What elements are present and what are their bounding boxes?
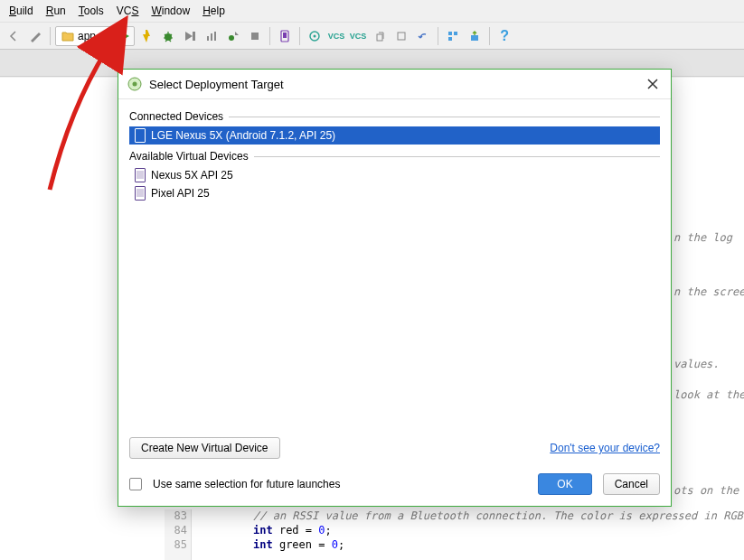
phone-icon [135,186,146,201]
bug-icon [162,30,174,42]
vcs-history-icon[interactable] [370,26,390,46]
code-comment-fragment: ots on the [673,484,739,497]
close-icon [647,79,658,89]
section-label: Connected Devices [129,110,223,123]
attach-debugger-icon[interactable] [223,26,243,46]
menu-vcs[interactable]: VCS [113,3,143,19]
debug-button[interactable] [158,26,178,46]
section-connected-devices: Connected Devices [129,110,660,123]
svg-rect-4 [214,32,216,41]
run-with-coverage-icon[interactable] [180,26,200,46]
undo-icon[interactable] [413,26,433,46]
folder-icon [61,31,74,42]
svg-rect-1 [193,32,195,41]
code-line: int green = 0; [253,538,744,551]
svg-rect-15 [448,37,452,41]
dialog-body: Connected Devices LGE Nexus 5X (Android … [118,99,671,432]
cancel-button[interactable]: Cancel [603,473,660,495]
device-virtual-item[interactable]: Nexus 5X API 25 [129,166,660,184]
line-number: 85 [165,538,192,560]
svg-point-19 [133,82,137,87]
stop-icon [250,31,260,42]
dialog-action-row: Create New Virtual Device Don't see your… [118,432,671,464]
section-label: Available Virtual Devices [129,150,249,163]
vcs-revert-icon[interactable] [391,26,411,46]
profile-icon[interactable] [202,26,221,46]
device-connected-item[interactable]: LGE Nexus 5X (Android 7.1.2, API 25) [129,126,660,145]
phone-icon [135,168,146,182]
menu-run[interactable]: Run [42,3,70,19]
main-toolbar: app VCS VCS ? [0,23,744,50]
svg-rect-16 [471,35,478,41]
menu-window[interactable]: Window [147,3,193,19]
svg-rect-13 [448,32,452,35]
menu-help[interactable]: Help [199,3,229,19]
create-new-virtual-device-button[interactable]: Create New Virtual Device [129,437,280,459]
svg-rect-14 [454,32,457,35]
device-label: Pixel API 25 [151,187,210,200]
checkbox-label: Use same selection for future launches [153,478,340,490]
svg-point-5 [229,35,234,41]
device-label: Nexus 5X API 25 [151,169,233,182]
code-line: // an RSSI value from a Bluetooth connec… [253,509,744,522]
chevron-down-icon [99,33,107,40]
phone-icon [135,128,146,143]
svg-point-10 [314,34,316,37]
dialog-title: Select Deployment Target [149,78,284,91]
android-studio-icon [127,77,142,91]
menu-bar: Build Run Tools VCS Window Help [0,0,744,23]
select-deployment-target-dialog: Select Deployment Target Connected Devic… [118,69,672,507]
ok-button[interactable]: OK [538,473,591,495]
sdk-manager-icon[interactable] [465,26,485,46]
section-available-virtual-devices: Available Virtual Devices [129,150,660,163]
help-link-dont-see-device[interactable]: Don't see your device? [550,442,660,454]
run-config-label: app [78,30,96,42]
apply-changes-icon[interactable] [137,26,156,46]
back-icon[interactable] [4,26,24,46]
run-button[interactable] [115,26,135,46]
svg-rect-6 [251,33,259,40]
run-config-dropdown[interactable]: app [55,26,113,46]
dialog-button-bar: Use same selection for future launches O… [118,464,671,506]
menu-tools[interactable]: Tools [75,3,108,19]
code-comment-fragment: look at the [673,388,744,401]
project-structure-icon[interactable] [443,26,463,46]
menu-build[interactable]: Build [5,3,37,19]
code-comment-fragment: values. [673,358,720,370]
stop-button[interactable] [245,26,265,46]
sync-project-icon[interactable] [305,26,325,46]
svg-rect-11 [377,34,382,41]
hammer-icon[interactable] [25,26,45,46]
vcs-update-icon[interactable]: VCS [326,26,346,46]
remember-selection-checkbox[interactable] [129,478,142,490]
svg-point-0 [165,33,172,41]
code-line: int red = 0; [253,524,744,537]
vcs-commit-icon[interactable]: VCS [348,26,368,46]
code-comment-fragment: n the scree [673,285,744,298]
dialog-titlebar: Select Deployment Target [118,70,671,99]
svg-rect-8 [283,33,287,38]
svg-rect-2 [207,36,209,41]
help-icon[interactable]: ? [494,26,514,46]
close-button[interactable] [644,75,662,93]
svg-rect-12 [398,33,405,40]
device-virtual-item[interactable]: Pixel API 25 [129,184,660,202]
device-label: LGE Nexus 5X (Android 7.1.2, API 25) [151,129,335,142]
svg-rect-3 [211,33,212,41]
play-icon [119,31,130,42]
avd-manager-icon[interactable] [275,26,295,46]
code-comment-fragment: n the log [673,231,732,244]
